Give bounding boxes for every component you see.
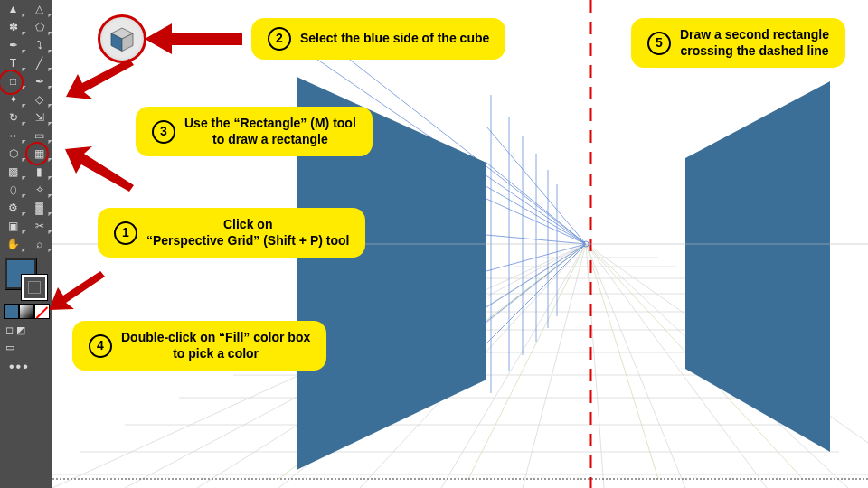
color-mode-gradient[interactable] xyxy=(19,304,34,319)
callout-5: 5Draw a second rectanglecrossing the das… xyxy=(631,18,845,68)
direct-selection-tool[interactable]: △ xyxy=(26,0,52,18)
svg-line-20 xyxy=(586,244,685,488)
right-wall-shape xyxy=(685,81,830,452)
fill-stroke-swatch xyxy=(5,258,47,300)
svg-line-18 xyxy=(523,244,586,488)
cube-icon xyxy=(108,25,136,52)
color-mode-row xyxy=(4,304,52,319)
lasso-tool[interactable]: ⬠ xyxy=(26,18,52,36)
callout-5-num: 5 xyxy=(647,32,671,55)
column-graph-tool[interactable]: ▓ xyxy=(26,199,52,217)
callout-4: 4Double-click on “Fill” color boxto pick… xyxy=(72,321,326,371)
line-segment-tool[interactable]: ╱ xyxy=(26,54,52,72)
rotate-tool[interactable]: ↻ xyxy=(0,108,26,127)
callout-2-text: Select the blue side of the cube xyxy=(300,31,489,45)
callout-1: 1Click on“Perspective Grid” (Shift + P) … xyxy=(98,208,365,258)
svg-line-19 xyxy=(586,244,604,488)
rectangle-tool[interactable]: □ xyxy=(0,72,26,90)
perspective-grid-tool[interactable]: ▦ xyxy=(26,145,52,163)
draw-mode-icons[interactable]: ◻ ◩ xyxy=(5,324,52,336)
callout-1-num: 1 xyxy=(114,221,137,245)
callout-3: 3Use the “Rectangle” (M) toolto draw a r… xyxy=(136,107,373,156)
shape-builder-tool[interactable]: ⬡ xyxy=(0,145,26,163)
shaper-tool[interactable]: ✦ xyxy=(0,90,26,108)
callout-3-num: 3 xyxy=(152,120,175,144)
curvature-tool[interactable]: ⤵ xyxy=(26,36,52,54)
paintbrush-tool[interactable]: ✒ xyxy=(26,72,52,90)
plane-selector-widget[interactable] xyxy=(98,14,146,63)
scale-tool[interactable]: ⇲ xyxy=(26,108,52,127)
screen-mode-icon[interactable]: ▭ xyxy=(5,342,52,353)
callout-4-num: 4 xyxy=(89,334,112,358)
type-tool[interactable]: T xyxy=(0,54,26,72)
callout-2-num: 2 xyxy=(268,27,291,51)
pen-tool[interactable]: ✒ xyxy=(0,36,26,54)
free-transform-tool[interactable]: ▭ xyxy=(26,127,52,145)
selection-tool[interactable]: ▲ xyxy=(0,0,26,18)
hand-tool[interactable]: ✋ xyxy=(0,235,26,253)
blend-tool[interactable]: ✧ xyxy=(26,181,52,199)
eraser-tool[interactable]: ◇ xyxy=(26,90,52,108)
artboard-tool[interactable]: ▣ xyxy=(0,217,26,235)
eyedropper-tool[interactable]: ⬯ xyxy=(0,181,26,199)
callout-3-text: Use the “Rectangle” (M) toolto draw a re… xyxy=(184,116,356,147)
color-mode-solid[interactable] xyxy=(4,304,19,319)
callout-2: 2Select the blue side of the cube xyxy=(251,18,505,60)
symbol-sprayer-tool[interactable]: ⚙ xyxy=(0,199,26,217)
zoom-tool[interactable]: ⌕ xyxy=(26,235,52,253)
gradient-tool[interactable]: ▮ xyxy=(26,163,52,181)
callout-5-text: Draw a second rectanglecrossing the dash… xyxy=(680,27,829,59)
svg-line-26 xyxy=(586,244,658,479)
callout-4-text: Double-click on “Fill” color boxto pick … xyxy=(121,330,310,361)
callout-1-text: Click on“Perspective Grid” (Shift + P) t… xyxy=(146,217,349,249)
magic-wand-tool[interactable]: ✽ xyxy=(0,18,26,36)
toolbox: ▲△✽⬠✒⤵T╱□✒✦◇↻⇲↔▭⬡▦▩▮⬯✧⚙▓▣✂✋⌕ ◻ ◩ ▭ ••• xyxy=(0,0,52,488)
slice-tool[interactable]: ✂ xyxy=(26,217,52,235)
width-tool[interactable]: ↔ xyxy=(0,127,26,145)
color-mode-none[interactable] xyxy=(34,304,50,319)
edit-toolbar-icon[interactable]: ••• xyxy=(9,359,52,375)
stroke-color-box[interactable] xyxy=(22,275,47,300)
mesh-tool[interactable]: ▩ xyxy=(0,163,26,181)
